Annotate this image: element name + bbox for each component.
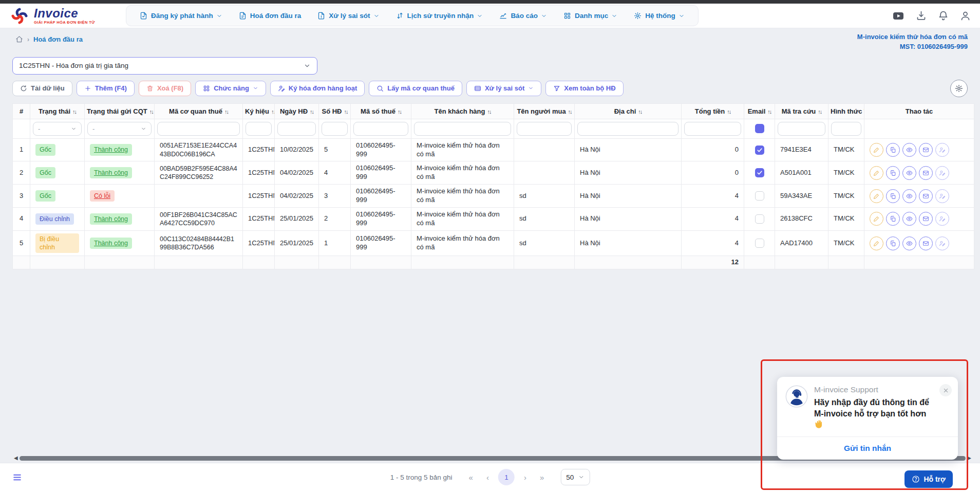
breadcrumb-current[interactable]: Hoá đơn đầu ra [33,35,83,43]
sort-icon[interactable]: ↑↓ [767,108,771,115]
column-header-trang-thai[interactable]: Trạng thái↑↓ [30,103,85,119]
sort-icon[interactable]: ↑↓ [727,108,730,115]
prev-page-button[interactable]: ‹ [482,471,493,484]
youtube-icon[interactable] [892,10,904,22]
email-checkbox[interactable] [755,214,764,224]
person-sign-action-button[interactable] [935,237,949,250]
table-row[interactable]: 1 Gốc Thành công 0051AE7153E1E244CCA443B… [13,138,974,161]
column-header-ia-chi[interactable]: Địa chỉ↑↓ [575,103,682,119]
bell-icon[interactable] [938,10,949,21]
nav-item-ang-ky-phat-hanh[interactable]: Đăng ký phát hành [134,9,229,23]
filter-input-so-h[interactable] [322,122,348,136]
filter-input-ten-khach-hang[interactable] [414,122,511,136]
table-settings-button[interactable] [950,80,968,97]
column-header-ma-co-quan-thue[interactable]: Mã cơ quan thuế↑↓ [155,103,243,119]
copy-action-button[interactable] [886,166,900,180]
filter-select-trang-thai-gui-cqt[interactable]: - [87,122,152,136]
next-page-button[interactable]: › [520,471,531,484]
scroll-left-arrow-icon[interactable]: ◀ [12,456,20,461]
column-header-ngay-h[interactable]: Ngày HĐ↑↓ [275,103,319,119]
filter-input-ma-co-quan-thue[interactable] [157,122,240,136]
view-action-button[interactable] [902,189,916,203]
xoa-f8-button[interactable]: Xoá (F8) [139,81,191,96]
sort-icon[interactable]: ↑↓ [72,108,76,115]
table-row[interactable]: 3 Gốc Có lỗi 1C25THN 04/02/2025 3 010602… [13,185,974,208]
current-page-button[interactable]: 1 [498,469,515,485]
column-header-trang-thai-gui-cqt[interactable]: Trạng thái gửi CQT↑↓ [85,103,155,119]
sort-icon[interactable]: ↑↓ [818,108,821,115]
filter-input-ten-nguoi-mua[interactable] [517,122,572,136]
mail-action-button[interactable] [919,212,933,226]
ky-hoa-on-hang-loat-button[interactable]: Ký hóa đơn hàng loạt [270,81,365,96]
edit-action-button[interactable] [870,143,883,157]
download-icon[interactable] [916,10,927,21]
cqt-status-link[interactable]: Có lỗi [90,190,115,202]
mail-action-button[interactable] [919,166,933,180]
edit-action-button[interactable] [870,166,883,180]
edit-action-button[interactable] [870,237,883,250]
filter-input-tong-tien[interactable] [684,122,741,136]
sort-icon[interactable]: ↑↓ [271,108,275,115]
sort-icon[interactable]: ↑↓ [149,108,153,115]
filter-input-ngay-h[interactable] [277,122,316,136]
column-header-ten-nguoi-mua[interactable]: Tên người mua↑↓ [514,103,575,119]
person-sign-action-button[interactable] [935,212,949,226]
them-f4-button[interactable]: Thêm (F4) [77,81,135,96]
nav-item-bao-cao[interactable]: Báo cáo [493,9,553,23]
view-action-button[interactable] [902,143,916,157]
table-row[interactable]: 5 Bị điều chỉnh Thành công 00C113C02484B… [13,230,974,256]
copy-action-button[interactable] [886,237,900,250]
view-action-button[interactable] [902,166,916,180]
email-checkbox[interactable] [755,191,764,201]
support-button[interactable]: Hỗ trợ [904,470,953,488]
send-message-link[interactable]: Gửi tin nhắn [777,437,958,460]
nav-item-he-thong[interactable]: Hệ thống [628,9,691,23]
sort-icon[interactable]: ↑↓ [568,108,572,115]
sort-icon[interactable]: ↑↓ [224,108,228,115]
cqt-status-link[interactable]: Thành công [90,144,132,155]
cqt-status-link[interactable]: Thành công [90,213,132,225]
nav-item-xu-ly-sai-sot[interactable]: Xử lý sai sót [311,9,385,23]
filter-input-ma-so-thue[interactable] [353,122,408,136]
edit-action-button[interactable] [870,212,883,226]
person-sign-action-button[interactable] [935,189,949,203]
scroll-right-arrow-icon[interactable]: ▶ [966,456,973,461]
copy-action-button[interactable] [886,143,900,157]
sort-icon[interactable]: ↑↓ [398,108,401,115]
last-page-button[interactable]: » [536,471,548,484]
user-icon[interactable] [960,10,971,21]
email-checkbox[interactable] [755,239,764,248]
home-icon[interactable] [15,35,23,43]
view-action-button[interactable] [902,212,916,226]
column-header-ma-tra-cuu[interactable]: Mã tra cứu↑↓ [775,103,828,119]
nav-item-danh-muc[interactable]: Danh mục [557,9,624,23]
brand-logo[interactable]: Invoice GIẢI PHÁP HÓA ĐƠN ĐIỆN TỬ [9,6,95,26]
chat-close-button[interactable] [939,384,952,396]
mail-action-button[interactable] [919,189,933,203]
edit-action-button[interactable] [870,189,883,203]
email-checkbox[interactable] [755,146,764,155]
copy-action-button[interactable] [886,212,900,226]
mail-action-button[interactable] [919,143,933,157]
column-header-ky-hieu[interactable]: Ký hiệu↑↓ [243,103,275,119]
chuc-nang-button[interactable]: Chức năng [195,81,266,96]
email-checkbox[interactable] [755,168,764,177]
column-header-ten-khach-hang[interactable]: Tên khách hàng↑↓ [411,103,514,119]
person-sign-action-button[interactable] [935,166,949,180]
column-header-email[interactable]: Email↑↓ [744,103,775,119]
tai-du-lieu-button[interactable]: Tải dữ liệu [12,81,72,96]
copy-action-button[interactable] [886,189,900,203]
sort-icon[interactable]: ↑↓ [344,108,348,115]
sort-icon[interactable]: ↑↓ [638,108,642,115]
nav-item-hoa-on-au-ra[interactable]: Hoá đơn đầu ra [233,9,308,23]
first-page-button[interactable]: « [465,471,477,484]
nav-item-lich-su-truyen-nhan[interactable]: Lịch sử truyền nhận [390,9,489,23]
cqt-status-link[interactable]: Thành công [90,167,132,178]
cqt-status-link[interactable]: Thành công [90,238,132,249]
filter-select-trang-thai[interactable]: - [33,122,82,136]
page-size-select[interactable]: 50 [560,469,590,485]
table-row[interactable]: 2 Gốc Thành công 00BAD59B2F595E4C88A4C24… [13,161,974,185]
mail-action-button[interactable] [919,237,933,250]
filter-input-hinh-thuc-tt[interactable] [831,122,861,136]
column-header-ma-so-thue[interactable]: Mã số thuế↑↓ [351,103,411,119]
